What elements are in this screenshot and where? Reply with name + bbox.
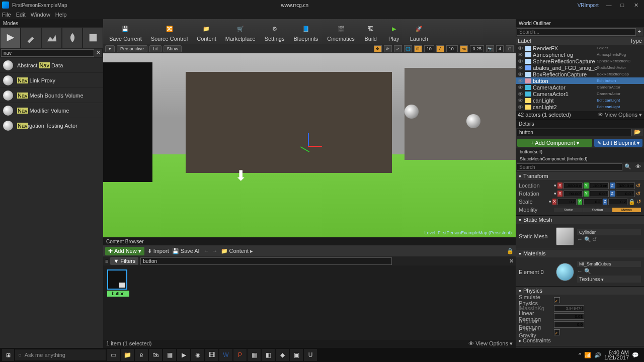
outliner-row[interactable]: 👁canLight2Edit canLight	[516, 104, 644, 110]
visibility-icon[interactable]: 👁	[518, 104, 524, 110]
toolbar-blueprints[interactable]: 📘Blueprints	[289, 21, 322, 43]
toolbar-cinematics[interactable]: 🎬Cinematics	[323, 21, 358, 43]
transform-rotate-icon[interactable]: ⟳	[384, 45, 392, 52]
mobility-movable[interactable]: Movab	[612, 208, 641, 212]
content-filter-input[interactable]	[140, 257, 392, 265]
browse-to-icon[interactable]: 🔍	[584, 236, 591, 242]
cortana-search[interactable]: ○Ask me anything	[15, 349, 106, 360]
add-new-button[interactable]: ✚Add New ▾	[105, 247, 144, 255]
col-label[interactable]: Label	[518, 38, 630, 44]
viewport-show[interactable]: Show	[164, 45, 182, 52]
outliner-row[interactable]: 👁SphereReflectionCaptureSphereReflection…	[516, 58, 644, 64]
component-row[interactable]: StaticMeshComponent (Inherited)	[516, 155, 644, 162]
angle-snap-icon[interactable]: ∠	[436, 45, 444, 52]
textures-dropdown[interactable]: Textures ▾	[577, 276, 641, 283]
toolbar-build[interactable]: 🏗Build	[360, 21, 382, 43]
scale-x-input[interactable]	[557, 199, 577, 205]
viewport-3d[interactable]: ⬇ Level: FirstPersonExampleMap (Persiste…	[103, 53, 516, 237]
minimize-icon[interactable]: —	[603, 2, 615, 8]
outliner-row[interactable]: 👁CameraActorCameraActor	[516, 84, 644, 90]
tray-expand-icon[interactable]: ^	[579, 352, 581, 358]
toolbar-play[interactable]: ▶Play	[383, 21, 405, 43]
outliner-row[interactable]: 👁buttonEdit button	[516, 77, 644, 84]
edit-blueprint-button[interactable]: ✎ Edit Blueprint ▾	[594, 139, 642, 147]
place-item[interactable]: Abstract Nav Data	[0, 58, 103, 73]
app-icon[interactable]: ▶	[177, 349, 190, 361]
reset-icon[interactable]: ↺	[592, 236, 597, 242]
app-icon[interactable]: ◆	[276, 349, 289, 361]
rot-x-input[interactable]	[564, 191, 583, 197]
start-button[interactable]: ⊞	[2, 349, 14, 361]
outliner-row[interactable]: 👁AtmosphericFogAtmosphericFog	[516, 51, 644, 58]
scale-snap-icon[interactable]: %	[460, 45, 468, 52]
modes-search-input[interactable]	[1, 49, 94, 57]
visibility-icon[interactable]: 👁	[518, 45, 524, 51]
section-physics[interactable]: ▾ Physics	[516, 287, 644, 295]
section-staticmesh[interactable]: ▾ Static Mesh	[516, 216, 644, 224]
place-item[interactable]: Nav Modifier Volume	[0, 103, 103, 118]
scale-y-input[interactable]	[583, 199, 602, 205]
camera-speed[interactable]: 4	[496, 45, 504, 52]
app-icon[interactable]: ◧	[262, 349, 275, 361]
toolbar-content[interactable]: 📁Content	[193, 21, 220, 43]
outliner-row[interactable]: 👁BoxReflectionCaptureBoxReflectionCap	[516, 71, 644, 77]
edge-icon[interactable]: e	[135, 349, 148, 361]
add-component-button[interactable]: + Add Component ▾	[517, 139, 592, 147]
use-selected-icon[interactable]: ←	[577, 268, 583, 274]
notifications-icon[interactable]: 💬	[632, 352, 639, 358]
outliner-row[interactable]: 👁canLightEdit canLight	[516, 97, 644, 104]
toolbar-marketplace[interactable]: 🛒Marketplace	[221, 21, 260, 43]
content-filter-clear-icon[interactable]: ✕	[509, 258, 514, 264]
outliner-row[interactable]: 👁abalos_and_FGD_snug_chair_rattaStaticMe…	[516, 64, 644, 71]
grid-snap[interactable]: 10	[424, 45, 434, 52]
simulate-physics-checkbox[interactable]	[554, 297, 560, 303]
visibility-icon[interactable]: 👁	[518, 52, 524, 58]
outliner-row[interactable]: 👁CameraActor1CameraActor	[516, 90, 644, 97]
maximize-icon[interactable]: □	[616, 2, 628, 8]
transform-scale-icon[interactable]: ⤢	[394, 45, 402, 52]
breadcrumb[interactable]: 📁Content ▸	[221, 248, 254, 254]
app-icon[interactable]: ▦	[163, 349, 176, 361]
menu-edit[interactable]: Edit	[16, 12, 26, 18]
loc-z-input[interactable]	[616, 183, 635, 189]
menu-window[interactable]: Window	[31, 12, 50, 18]
section-materials[interactable]: ▾ Materials	[516, 249, 644, 257]
visibility-icon[interactable]: 👁	[518, 65, 524, 71]
coord-space-icon[interactable]: 🌐	[404, 45, 412, 52]
loc-y-input[interactable]	[590, 183, 609, 189]
modes-search-clear-icon[interactable]: ✕	[94, 49, 102, 57]
view-options-button[interactable]: 👁 View Options ▾	[468, 340, 513, 347]
app-icon[interactable]: ▣	[290, 349, 303, 361]
eye-icon[interactable]: 👁	[633, 163, 643, 171]
scale-z-input[interactable]	[608, 199, 627, 205]
camera-speed-icon[interactable]: 📷	[486, 45, 494, 52]
material-thumbnail[interactable]	[556, 263, 574, 281]
lock-scale-icon[interactable]: 🔒	[628, 199, 635, 205]
nav-back-icon[interactable]: ←	[204, 248, 209, 254]
store-icon[interactable]: 🛍	[149, 349, 162, 361]
toolbar-source[interactable]: 🔀Source Control	[147, 21, 192, 43]
constraints-expand[interactable]: ▸	[519, 337, 522, 344]
menu-help[interactable]: Help	[55, 12, 67, 18]
toolbar-settings[interactable]: ⚙Settings	[261, 21, 289, 43]
filters-button[interactable]: ▼ Filters	[110, 257, 138, 265]
transform-gizmo[interactable]	[293, 131, 323, 161]
visibility-icon[interactable]: 👁	[518, 84, 524, 90]
show-sources-icon[interactable]: ≡	[105, 258, 108, 264]
toolbar-launch[interactable]: 🚀Launch	[406, 21, 432, 43]
visibility-icon[interactable]: 👁	[518, 91, 524, 97]
viewport-options-icon[interactable]: ▾	[105, 45, 115, 52]
details-name-input[interactable]	[517, 129, 632, 136]
lock-icon[interactable]: 🔒	[507, 248, 514, 254]
surface-snap-icon[interactable]: ⊞	[414, 45, 422, 52]
toolbar-save[interactable]: 💾Save Current	[105, 21, 146, 43]
visibility-icon[interactable]: 👁	[518, 71, 524, 77]
viewport-perspective[interactable]: Perspective	[117, 45, 147, 52]
word-icon[interactable]: W	[219, 349, 232, 361]
mode-place[interactable]	[0, 27, 21, 48]
reset-icon[interactable]: ↺	[636, 191, 640, 197]
import-button[interactable]: ⬇Import	[147, 248, 169, 254]
mesh-name[interactable]: Cylinder	[577, 229, 641, 235]
clock[interactable]: 6:40 AM1/21/2017	[604, 350, 629, 360]
mode-geometry[interactable]	[83, 27, 103, 48]
